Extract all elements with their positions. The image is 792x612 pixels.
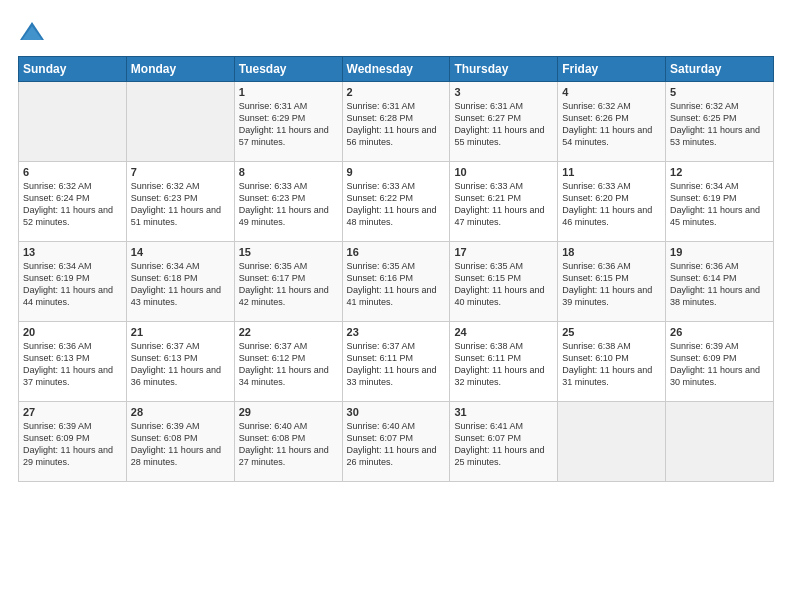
day-info: Sunrise: 6:38 AM Sunset: 6:11 PM Dayligh… <box>454 340 553 389</box>
day-info: Sunrise: 6:39 AM Sunset: 6:09 PM Dayligh… <box>670 340 769 389</box>
day-number: 2 <box>347 86 446 98</box>
cell-week1-day4: 10Sunrise: 6:33 AM Sunset: 6:21 PM Dayli… <box>450 162 558 242</box>
cell-week3-day0: 20Sunrise: 6:36 AM Sunset: 6:13 PM Dayli… <box>19 322 127 402</box>
day-number: 21 <box>131 326 230 338</box>
day-info: Sunrise: 6:31 AM Sunset: 6:28 PM Dayligh… <box>347 100 446 149</box>
day-info: Sunrise: 6:41 AM Sunset: 6:07 PM Dayligh… <box>454 420 553 469</box>
header-day-wednesday: Wednesday <box>342 57 450 82</box>
day-number: 16 <box>347 246 446 258</box>
day-info: Sunrise: 6:40 AM Sunset: 6:08 PM Dayligh… <box>239 420 338 469</box>
day-number: 12 <box>670 166 769 178</box>
day-number: 8 <box>239 166 338 178</box>
cell-week2-day0: 13Sunrise: 6:34 AM Sunset: 6:19 PM Dayli… <box>19 242 127 322</box>
day-number: 26 <box>670 326 769 338</box>
header-day-tuesday: Tuesday <box>234 57 342 82</box>
day-number: 24 <box>454 326 553 338</box>
header <box>18 18 774 46</box>
day-info: Sunrise: 6:36 AM Sunset: 6:15 PM Dayligh… <box>562 260 661 309</box>
header-day-sunday: Sunday <box>19 57 127 82</box>
cell-week0-day3: 2Sunrise: 6:31 AM Sunset: 6:28 PM Daylig… <box>342 82 450 162</box>
day-info: Sunrise: 6:39 AM Sunset: 6:09 PM Dayligh… <box>23 420 122 469</box>
day-info: Sunrise: 6:33 AM Sunset: 6:20 PM Dayligh… <box>562 180 661 229</box>
day-number: 3 <box>454 86 553 98</box>
header-day-thursday: Thursday <box>450 57 558 82</box>
cell-week0-day6: 5Sunrise: 6:32 AM Sunset: 6:25 PM Daylig… <box>666 82 774 162</box>
day-number: 18 <box>562 246 661 258</box>
cell-week3-day4: 24Sunrise: 6:38 AM Sunset: 6:11 PM Dayli… <box>450 322 558 402</box>
day-info: Sunrise: 6:36 AM Sunset: 6:14 PM Dayligh… <box>670 260 769 309</box>
day-number: 10 <box>454 166 553 178</box>
day-info: Sunrise: 6:34 AM Sunset: 6:19 PM Dayligh… <box>23 260 122 309</box>
day-number: 13 <box>23 246 122 258</box>
day-number: 14 <box>131 246 230 258</box>
day-info: Sunrise: 6:32 AM Sunset: 6:26 PM Dayligh… <box>562 100 661 149</box>
cell-week1-day5: 11Sunrise: 6:33 AM Sunset: 6:20 PM Dayli… <box>558 162 666 242</box>
cell-week4-day0: 27Sunrise: 6:39 AM Sunset: 6:09 PM Dayli… <box>19 402 127 482</box>
day-info: Sunrise: 6:40 AM Sunset: 6:07 PM Dayligh… <box>347 420 446 469</box>
day-number: 22 <box>239 326 338 338</box>
logo-icon <box>18 18 46 46</box>
week-row-1: 6Sunrise: 6:32 AM Sunset: 6:24 PM Daylig… <box>19 162 774 242</box>
day-number: 17 <box>454 246 553 258</box>
day-info: Sunrise: 6:31 AM Sunset: 6:29 PM Dayligh… <box>239 100 338 149</box>
day-number: 25 <box>562 326 661 338</box>
cell-week0-day1 <box>126 82 234 162</box>
day-number: 29 <box>239 406 338 418</box>
day-number: 20 <box>23 326 122 338</box>
cell-week0-day4: 3Sunrise: 6:31 AM Sunset: 6:27 PM Daylig… <box>450 82 558 162</box>
header-day-friday: Friday <box>558 57 666 82</box>
day-info: Sunrise: 6:39 AM Sunset: 6:08 PM Dayligh… <box>131 420 230 469</box>
cell-week1-day2: 8Sunrise: 6:33 AM Sunset: 6:23 PM Daylig… <box>234 162 342 242</box>
day-info: Sunrise: 6:34 AM Sunset: 6:19 PM Dayligh… <box>670 180 769 229</box>
day-info: Sunrise: 6:32 AM Sunset: 6:23 PM Dayligh… <box>131 180 230 229</box>
day-info: Sunrise: 6:33 AM Sunset: 6:21 PM Dayligh… <box>454 180 553 229</box>
cell-week3-day5: 25Sunrise: 6:38 AM Sunset: 6:10 PM Dayli… <box>558 322 666 402</box>
day-number: 19 <box>670 246 769 258</box>
cell-week4-day3: 30Sunrise: 6:40 AM Sunset: 6:07 PM Dayli… <box>342 402 450 482</box>
cell-week4-day6 <box>666 402 774 482</box>
day-info: Sunrise: 6:35 AM Sunset: 6:15 PM Dayligh… <box>454 260 553 309</box>
day-number: 9 <box>347 166 446 178</box>
cell-week0-day5: 4Sunrise: 6:32 AM Sunset: 6:26 PM Daylig… <box>558 82 666 162</box>
day-number: 15 <box>239 246 338 258</box>
day-number: 6 <box>23 166 122 178</box>
day-info: Sunrise: 6:36 AM Sunset: 6:13 PM Dayligh… <box>23 340 122 389</box>
week-row-0: 1Sunrise: 6:31 AM Sunset: 6:29 PM Daylig… <box>19 82 774 162</box>
cell-week2-day2: 15Sunrise: 6:35 AM Sunset: 6:17 PM Dayli… <box>234 242 342 322</box>
cell-week3-day2: 22Sunrise: 6:37 AM Sunset: 6:12 PM Dayli… <box>234 322 342 402</box>
cell-week2-day6: 19Sunrise: 6:36 AM Sunset: 6:14 PM Dayli… <box>666 242 774 322</box>
cell-week2-day1: 14Sunrise: 6:34 AM Sunset: 6:18 PM Dayli… <box>126 242 234 322</box>
cell-week1-day0: 6Sunrise: 6:32 AM Sunset: 6:24 PM Daylig… <box>19 162 127 242</box>
day-info: Sunrise: 6:34 AM Sunset: 6:18 PM Dayligh… <box>131 260 230 309</box>
week-row-4: 27Sunrise: 6:39 AM Sunset: 6:09 PM Dayli… <box>19 402 774 482</box>
day-info: Sunrise: 6:33 AM Sunset: 6:23 PM Dayligh… <box>239 180 338 229</box>
cell-week2-day4: 17Sunrise: 6:35 AM Sunset: 6:15 PM Dayli… <box>450 242 558 322</box>
cell-week4-day1: 28Sunrise: 6:39 AM Sunset: 6:08 PM Dayli… <box>126 402 234 482</box>
cell-week1-day3: 9Sunrise: 6:33 AM Sunset: 6:22 PM Daylig… <box>342 162 450 242</box>
day-info: Sunrise: 6:37 AM Sunset: 6:11 PM Dayligh… <box>347 340 446 389</box>
cell-week0-day2: 1Sunrise: 6:31 AM Sunset: 6:29 PM Daylig… <box>234 82 342 162</box>
day-number: 30 <box>347 406 446 418</box>
cell-week1-day1: 7Sunrise: 6:32 AM Sunset: 6:23 PM Daylig… <box>126 162 234 242</box>
day-number: 28 <box>131 406 230 418</box>
day-number: 1 <box>239 86 338 98</box>
cell-week0-day0 <box>19 82 127 162</box>
day-number: 5 <box>670 86 769 98</box>
header-day-monday: Monday <box>126 57 234 82</box>
day-info: Sunrise: 6:35 AM Sunset: 6:16 PM Dayligh… <box>347 260 446 309</box>
day-info: Sunrise: 6:31 AM Sunset: 6:27 PM Dayligh… <box>454 100 553 149</box>
cell-week4-day2: 29Sunrise: 6:40 AM Sunset: 6:08 PM Dayli… <box>234 402 342 482</box>
day-info: Sunrise: 6:37 AM Sunset: 6:13 PM Dayligh… <box>131 340 230 389</box>
day-info: Sunrise: 6:32 AM Sunset: 6:24 PM Dayligh… <box>23 180 122 229</box>
week-row-3: 20Sunrise: 6:36 AM Sunset: 6:13 PM Dayli… <box>19 322 774 402</box>
page: SundayMondayTuesdayWednesdayThursdayFrid… <box>0 0 792 612</box>
cell-week4-day4: 31Sunrise: 6:41 AM Sunset: 6:07 PM Dayli… <box>450 402 558 482</box>
cell-week4-day5 <box>558 402 666 482</box>
header-day-saturday: Saturday <box>666 57 774 82</box>
logo <box>18 18 50 46</box>
cell-week3-day3: 23Sunrise: 6:37 AM Sunset: 6:11 PM Dayli… <box>342 322 450 402</box>
day-number: 11 <box>562 166 661 178</box>
day-info: Sunrise: 6:35 AM Sunset: 6:17 PM Dayligh… <box>239 260 338 309</box>
cell-week3-day1: 21Sunrise: 6:37 AM Sunset: 6:13 PM Dayli… <box>126 322 234 402</box>
cell-week1-day6: 12Sunrise: 6:34 AM Sunset: 6:19 PM Dayli… <box>666 162 774 242</box>
